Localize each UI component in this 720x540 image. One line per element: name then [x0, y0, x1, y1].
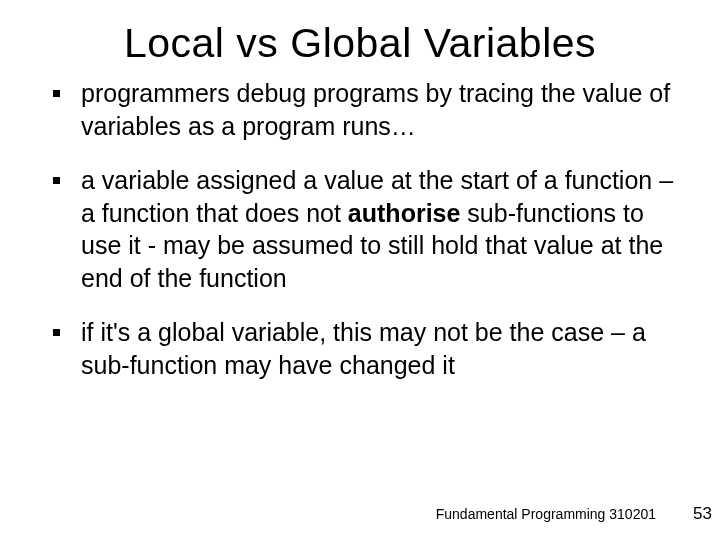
page-number: 53 — [693, 504, 712, 524]
list-item: programmers debug programs by tracing th… — [45, 77, 680, 142]
list-item: if it's a global variable, this may not … — [45, 316, 680, 381]
bullet-text-pre: if it's a global variable, this may not … — [81, 318, 646, 379]
slide: Local vs Global Variables programmers de… — [0, 0, 720, 540]
bullet-text-bold: authorise — [348, 199, 461, 227]
slide-title: Local vs Global Variables — [0, 0, 720, 77]
footer-text: Fundamental Programming 310201 — [436, 506, 656, 522]
list-item: a variable assigned a value at the start… — [45, 164, 680, 294]
bullet-text-pre: programmers debug programs by tracing th… — [81, 79, 670, 140]
bullet-list: programmers debug programs by tracing th… — [45, 77, 680, 381]
slide-content: programmers debug programs by tracing th… — [0, 77, 720, 381]
